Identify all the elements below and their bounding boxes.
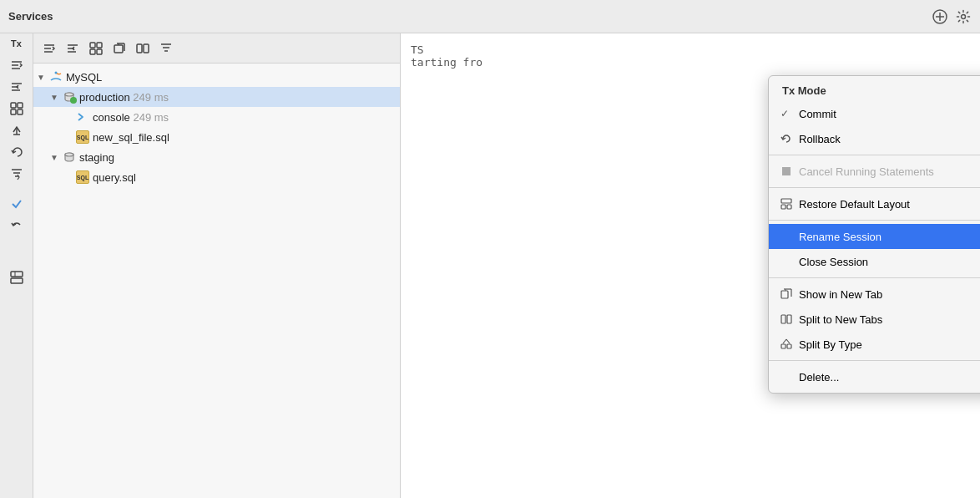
- restore-layout-label: Restore Default Layout: [799, 198, 980, 211]
- svg-rect-10: [11, 103, 16, 108]
- toolbar-expand-btn[interactable]: [62, 39, 83, 58]
- svg-rect-46: [782, 167, 791, 175]
- split-type-icon: [779, 338, 794, 350]
- collapse-all-button[interactable]: [5, 55, 28, 75]
- sessions-button[interactable]: [5, 99, 28, 119]
- tree-item-querysql[interactable]: ▶ SQL query.sql: [33, 167, 400, 187]
- staging-label: staging: [79, 151, 114, 164]
- menu-item-rollback[interactable]: Rollback: [769, 126, 980, 151]
- separator-5: [769, 360, 980, 361]
- svg-rect-20: [11, 278, 23, 283]
- show-new-tab-label: Show in New Tab: [799, 288, 980, 301]
- svg-rect-50: [781, 291, 788, 298]
- toolbar-split-btn[interactable]: [132, 39, 154, 58]
- title-bar: Services: [0, 0, 980, 33]
- content-area: Tx: [0, 33, 980, 498]
- sql-badge2: SQL: [76, 170, 89, 184]
- split-by-type-label: Split By Type: [799, 338, 980, 351]
- cancel-label: Cancel Running Statements: [799, 165, 980, 178]
- sql-badge: SQL: [76, 130, 89, 144]
- separator-4: [769, 277, 980, 278]
- services-panel: ▼ MySQL ▼: [33, 33, 401, 498]
- toolbar-collapse-btn[interactable]: [38, 39, 60, 58]
- new-tab-icon: [779, 288, 794, 300]
- undo-button[interactable]: [5, 216, 28, 236]
- menu-item-delete[interactable]: Delete...: [769, 364, 980, 389]
- check-button[interactable]: [5, 194, 28, 214]
- filter-button[interactable]: [5, 164, 28, 184]
- svg-rect-29: [97, 43, 102, 48]
- svg-rect-49: [787, 205, 791, 209]
- svg-line-56: [783, 339, 786, 343]
- menu-item-show-new-tab[interactable]: Show in New Tab: [769, 282, 980, 307]
- svg-rect-48: [781, 205, 786, 209]
- separator-2: [769, 187, 980, 188]
- commit-label: Commit: [799, 108, 980, 120]
- console-label: console 249 ms: [93, 111, 169, 124]
- menu-item-rename-session[interactable]: Rename Session ⇧F6: [769, 224, 980, 249]
- panel-title: Services: [8, 10, 53, 23]
- tree-item-mysql[interactable]: ▼ MySQL: [33, 67, 400, 87]
- menu-item-commit[interactable]: ✓ Commit ⌥⇧⌘↩: [769, 101, 980, 126]
- svg-rect-11: [18, 103, 23, 108]
- tree-arrow-mysql: ▼: [37, 73, 48, 82]
- grid-button[interactable]: [5, 267, 28, 287]
- menu-item-restore-layout[interactable]: Restore Default Layout: [769, 191, 980, 216]
- svg-line-57: [786, 339, 790, 343]
- rollback-button[interactable]: [5, 142, 28, 162]
- menu-item-close-session[interactable]: Close Session: [769, 249, 980, 274]
- svg-rect-47: [781, 199, 791, 203]
- svg-rect-28: [90, 43, 95, 48]
- newsql-label: new_sql_file.sql: [93, 131, 169, 144]
- tree-item-production[interactable]: ▼ production 249 ms: [33, 87, 400, 107]
- tree-item-newsql[interactable]: ▶ SQL new_sql_file.sql: [33, 127, 400, 147]
- settings-icon[interactable]: [955, 8, 972, 25]
- commit-button[interactable]: [5, 120, 28, 140]
- panel-toolbar: [33, 33, 400, 64]
- tree-item-staging[interactable]: ▼ staging: [33, 147, 400, 167]
- svg-point-45: [65, 153, 73, 156]
- menu-item-split-new-tabs[interactable]: Split to New Tabs: [769, 307, 980, 332]
- svg-point-43: [65, 93, 73, 96]
- stop-button[interactable]: [5, 237, 28, 257]
- rollback-icon: [779, 133, 794, 145]
- split-new-tabs-label: Split to New Tabs: [799, 313, 980, 326]
- menu-header-txmode: Tx Mode: [769, 79, 980, 101]
- rename-session-label: Rename Session: [799, 231, 980, 243]
- cancel-icon: [779, 166, 794, 176]
- toolbar-filter-btn[interactable]: [155, 39, 177, 58]
- restore-layout-icon: [779, 198, 794, 210]
- svg-rect-54: [781, 315, 786, 323]
- menu-item-cancel[interactable]: Cancel Running Statements ⌘F2: [769, 159, 980, 184]
- expand-all-button[interactable]: [5, 77, 28, 97]
- toolbar-grid-btn[interactable]: [85, 39, 107, 58]
- main-panel: Services Tx: [0, 0, 980, 498]
- delete-label: Delete...: [799, 371, 980, 384]
- mysql-icon: [48, 69, 63, 84]
- tree-arrow-staging: ▼: [50, 153, 62, 162]
- sql-file-icon: SQL: [75, 130, 90, 145]
- tree-item-console[interactable]: ▶ console 249 ms: [33, 107, 400, 127]
- svg-rect-12: [11, 109, 16, 114]
- split-tabs-icon: [779, 313, 794, 325]
- add-icon[interactable]: [932, 8, 948, 25]
- rollback-label: Rollback: [799, 133, 980, 145]
- production-icon: [62, 89, 77, 104]
- query-sql-icon: SQL: [75, 170, 90, 185]
- toolbar-newtab-btn[interactable]: [109, 39, 130, 58]
- production-label: production 249 ms: [79, 91, 169, 104]
- svg-rect-58: [781, 344, 786, 348]
- svg-rect-30: [90, 49, 95, 54]
- txmode-label: Tx Mode: [782, 84, 826, 97]
- svg-rect-36: [137, 44, 142, 53]
- console-icon: [75, 109, 90, 124]
- svg-rect-55: [787, 315, 791, 323]
- separator-3: [769, 220, 980, 221]
- close-session-label: Close Session: [799, 256, 980, 268]
- active-dot: [70, 97, 77, 104]
- svg-rect-19: [11, 272, 23, 277]
- svg-point-3: [962, 14, 966, 18]
- mysql-label: MySQL: [66, 71, 102, 84]
- menu-item-split-by-type[interactable]: Split By Type: [769, 332, 980, 357]
- querysql-label: query.sql: [93, 171, 136, 184]
